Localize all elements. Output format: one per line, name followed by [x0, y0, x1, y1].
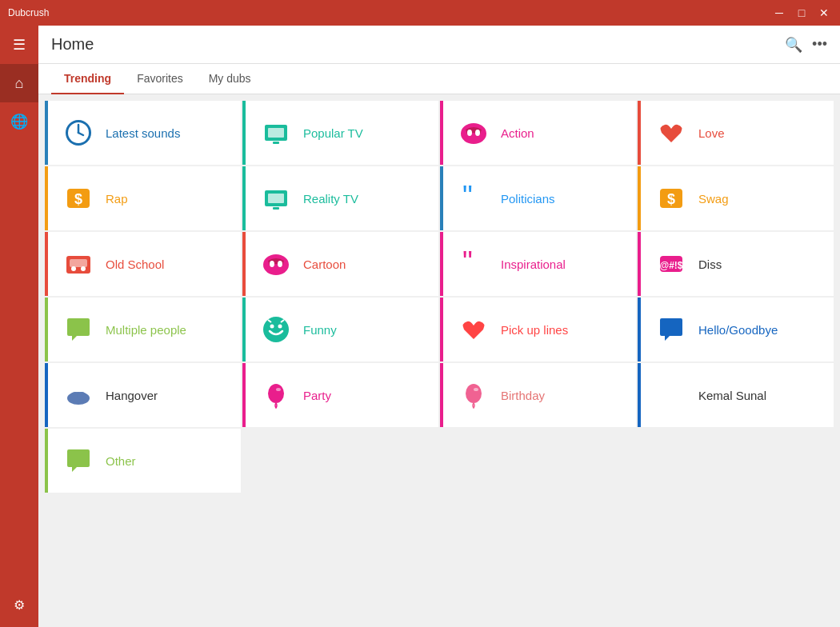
grid-container: Latest soundsPopular TVActionLove$RapRea…	[38, 94, 840, 627]
minimize-button[interactable]: ─	[771, 5, 787, 21]
grid-item-pick-up-lines[interactable]: Pick up lines	[440, 298, 636, 361]
tabs-bar: Trending Favorites My dubs	[38, 64, 840, 94]
svg-rect-14	[273, 207, 279, 210]
close-button[interactable]: ✕	[816, 5, 832, 21]
grid-item-politicians[interactable]: "Politicians	[440, 166, 636, 230]
svg-point-24	[278, 261, 282, 267]
maximize-button[interactable]: □	[794, 5, 810, 21]
latest-sounds-icon	[61, 115, 96, 150]
swag-icon: $	[654, 181, 689, 216]
politicians-icon: "	[456, 181, 491, 216]
swag-label: Swag	[698, 192, 729, 206]
grid-item-cartoon[interactable]: Cartoon	[242, 232, 438, 296]
title-bar: Dubcrush ─ □ ✕	[0, 0, 840, 26]
hangover-icon	[61, 377, 96, 413]
grid-item-party[interactable]: Party	[242, 363, 438, 427]
sidebar-globe-button[interactable]: 🌐	[0, 102, 38, 141]
window-controls: ─ □ ✕	[771, 5, 832, 21]
action-label: Action	[501, 126, 534, 140]
inspirational-label: Inspirational	[501, 258, 566, 271]
svg-point-28	[263, 317, 289, 342]
svg-point-23	[270, 261, 274, 267]
sidebar: ☰ ⌂ 🌐 ⚙	[0, 26, 38, 627]
diss-icon: @#!$	[654, 246, 689, 282]
diss-label: Diss	[698, 258, 722, 271]
birthday-icon	[456, 377, 491, 413]
app-container: ☰ ⌂ 🌐 ⚙ Home 🔍 ••• Trending Favorites My…	[0, 26, 840, 627]
party-label: Party	[303, 389, 331, 402]
tab-trending[interactable]: Trending	[51, 64, 124, 94]
svg-rect-5	[268, 128, 284, 138]
grid-item-hangover[interactable]: Hangover	[45, 363, 241, 427]
header: Home 🔍 •••	[38, 26, 840, 64]
svg-point-39	[474, 388, 478, 391]
grid-item-inspirational[interactable]: "Inspirational	[440, 232, 636, 296]
grid-item-funny[interactable]: Funny	[242, 298, 438, 361]
svg-point-29	[270, 325, 274, 329]
svg-point-38	[466, 384, 482, 403]
svg-point-22	[263, 254, 289, 275]
grid-item-old-school[interactable]: Old School	[45, 232, 241, 296]
grid-item-latest-sounds[interactable]: Latest sounds	[45, 101, 241, 165]
popular-tv-label: Popular TV	[303, 126, 363, 140]
svg-point-20	[71, 266, 76, 271]
svg-point-7	[461, 123, 486, 144]
category-grid: Latest soundsPopular TVActionLove$RapRea…	[45, 101, 834, 493]
header-actions: 🔍 •••	[785, 36, 827, 54]
svg-text:$: $	[74, 191, 82, 207]
grid-item-action[interactable]: Action	[440, 101, 636, 165]
grid-item-rap[interactable]: $Rap	[45, 166, 241, 230]
birthday-label: Birthday	[501, 389, 545, 402]
svg-text:": "	[462, 184, 473, 213]
cartoon-label: Cartoon	[303, 258, 346, 271]
cartoon-icon	[258, 246, 294, 282]
svg-point-35	[77, 392, 86, 400]
settings-icon: ⚙	[14, 597, 25, 613]
tab-favorites[interactable]: Favorites	[124, 64, 196, 94]
grid-item-reality-tv[interactable]: Reality TV	[242, 166, 438, 230]
action-icon	[456, 115, 491, 150]
party-icon	[258, 377, 294, 413]
globe-icon: 🌐	[10, 113, 28, 130]
latest-sounds-label: Latest sounds	[106, 126, 180, 140]
grid-item-hello-goodbye[interactable]: Hello/Goodbye	[638, 298, 834, 361]
grid-item-kemal-sunal[interactable]: Kemal Sunal	[638, 363, 834, 427]
tab-my-dubs[interactable]: My dubs	[196, 64, 264, 94]
grid-item-diss[interactable]: @#!$Diss	[638, 232, 834, 296]
svg-point-37	[276, 388, 281, 391]
love-label: Love	[698, 126, 725, 140]
svg-point-36	[268, 384, 284, 403]
grid-item-other[interactable]: Other	[45, 429, 241, 493]
love-icon	[654, 115, 689, 150]
old-school-icon	[61, 246, 96, 282]
grid-item-love[interactable]: Love	[638, 101, 834, 165]
search-icon[interactable]: 🔍	[785, 36, 802, 54]
hangover-label: Hangover	[106, 389, 158, 402]
more-options-icon[interactable]: •••	[812, 36, 827, 53]
politicians-label: Politicians	[501, 192, 555, 206]
funny-label: Funny	[303, 323, 337, 337]
svg-point-30	[278, 325, 282, 329]
sidebar-home-button[interactable]: ⌂	[0, 64, 38, 102]
settings-button[interactable]: ⚙	[0, 585, 38, 624]
svg-text:$: $	[667, 191, 675, 207]
grid-item-popular-tv[interactable]: Popular TV	[242, 101, 438, 165]
reality-tv-icon	[258, 181, 294, 216]
svg-text:@#!$: @#!$	[659, 260, 682, 271]
multiple-people-icon	[61, 312, 96, 347]
grid-item-multiple-people[interactable]: Multiple people	[45, 298, 241, 361]
home-icon: ⌂	[15, 75, 24, 92]
popular-tv-icon	[258, 115, 294, 150]
other-icon	[61, 443, 96, 478]
pick-up-lines-label: Pick up lines	[501, 323, 568, 337]
page-title: Home	[51, 35, 94, 54]
grid-item-birthday[interactable]: Birthday	[440, 363, 636, 427]
multiple-people-label: Multiple people	[106, 323, 186, 337]
other-label: Other	[106, 454, 136, 468]
grid-item-swag[interactable]: $Swag	[638, 166, 834, 230]
menu-button[interactable]: ☰	[0, 26, 38, 64]
reality-tv-label: Reality TV	[303, 192, 358, 206]
rap-label: Rap	[106, 192, 128, 206]
main-content: Home 🔍 ••• Trending Favorites My dubs La…	[38, 26, 840, 627]
svg-text:": "	[462, 250, 473, 278]
